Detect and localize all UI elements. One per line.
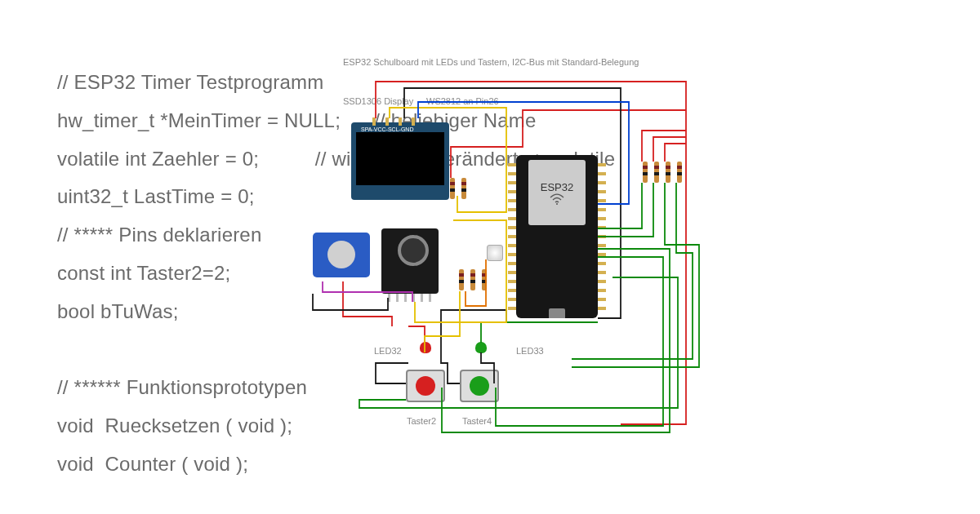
taster4-label: Taster4 (462, 416, 492, 426)
led32-label: LED32 (374, 346, 402, 356)
led32 (420, 342, 431, 353)
resistor-bank-right (639, 162, 685, 186)
resistor-bank-bottom (456, 269, 490, 294)
led33-label: LED33 (516, 346, 544, 356)
board-title: ESP32 Schulboard mit LEDs und Tastern, I… (343, 57, 639, 67)
rotary-encoder (381, 228, 439, 294)
resistor-bank-mid (447, 178, 470, 202)
wifi-icon (550, 193, 564, 205)
taster2-button (406, 370, 445, 402)
ws2812-led (487, 245, 503, 261)
led33 (475, 342, 487, 353)
oled-pin-label: SPA-VCC-SCL-GND (361, 126, 413, 132)
taster4-button (460, 370, 499, 402)
potentiometer (313, 233, 370, 277)
esp32-board: ESP32 (516, 155, 598, 318)
display-label: SSD1306 Display (343, 96, 413, 106)
taster2-label: Taster2 (407, 416, 436, 426)
wiring-diagram: ESP32 Schulboard mit LEDs und Tastern, I… (0, 0, 980, 514)
mcu-label: ESP32 (541, 181, 573, 193)
ws2812-label: WS2812 an Pin26 (426, 96, 499, 106)
oled-display (351, 122, 449, 200)
svg-point-0 (556, 203, 558, 205)
